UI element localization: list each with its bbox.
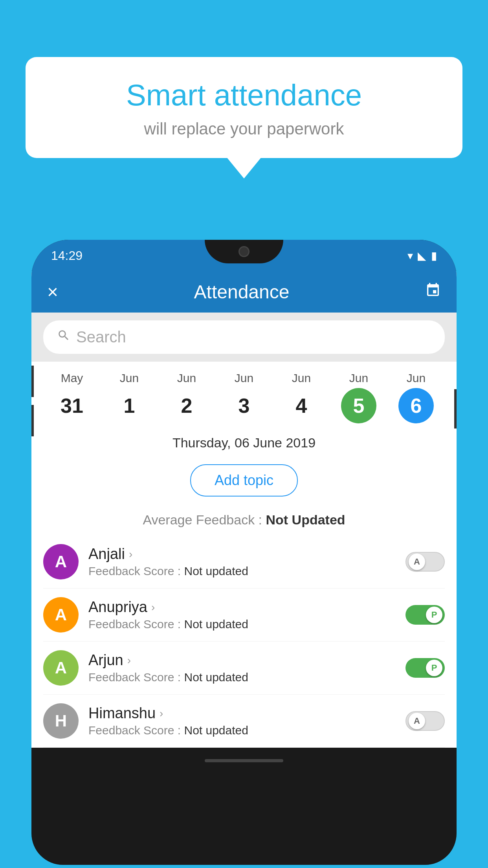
- student-name: Anjali ›: [88, 546, 396, 563]
- toggle-knob: A: [409, 713, 425, 729]
- phone-container: 14:29 ▾ ◣ ▮ × Attendance: [31, 240, 457, 868]
- wifi-icon: ▾: [407, 249, 413, 262]
- toggle-container[interactable]: A: [405, 711, 445, 731]
- signal-icon: ◣: [418, 249, 426, 262]
- avg-feedback-value: Not Updated: [266, 512, 345, 527]
- calendar-day[interactable]: Jun3: [226, 371, 262, 423]
- attendance-toggle[interactable]: P: [405, 605, 445, 625]
- feedback-value: Not updated: [184, 618, 248, 631]
- toggle-container[interactable]: P: [405, 658, 445, 678]
- toggle-container[interactable]: A: [405, 552, 445, 572]
- student-feedback: Feedback Score : Not updated: [88, 618, 396, 631]
- phone-screen: × Attendance Search: [31, 271, 457, 748]
- student-name: Arjun ›: [88, 652, 396, 669]
- attendance-toggle[interactable]: A: [405, 552, 445, 572]
- speech-bubble-container: Smart attendance will replace your paper…: [26, 57, 462, 158]
- calendar-strip: May31Jun1Jun2Jun3Jun4Jun5Jun6: [31, 362, 457, 427]
- student-list: AAnjali ›Feedback Score : Not updatedAAA…: [31, 535, 457, 748]
- cal-date-label: 4: [284, 388, 319, 423]
- avg-feedback-label: Average Feedback :: [143, 512, 266, 527]
- phone-vol-down-button: [31, 405, 34, 436]
- student-feedback: Feedback Score : Not updated: [88, 724, 396, 737]
- calendar-icon[interactable]: [425, 282, 441, 302]
- cal-month-label: Jun: [235, 371, 253, 385]
- avg-feedback: Average Feedback : Not Updated: [31, 506, 457, 535]
- student-info: Himanshu ›Feedback Score : Not updated: [88, 705, 396, 737]
- header-title: Attendance: [194, 281, 290, 303]
- front-camera: [238, 246, 250, 257]
- cal-date-label: 31: [54, 388, 90, 423]
- student-avatar: A: [43, 597, 79, 633]
- phone-power-button: [454, 389, 457, 428]
- search-bar-container: Search: [31, 313, 457, 362]
- phone-vol-up-button: [31, 366, 34, 397]
- feedback-value: Not updated: [184, 671, 248, 684]
- student-name: Anupriya ›: [88, 599, 396, 616]
- cal-month-label: Jun: [292, 371, 311, 385]
- student-avatar: H: [43, 703, 79, 739]
- cal-date-label: 3: [226, 388, 262, 423]
- student-info: Arjun ›Feedback Score : Not updated: [88, 652, 396, 684]
- chevron-icon: ›: [127, 654, 131, 667]
- close-button[interactable]: ×: [47, 281, 58, 303]
- add-topic-button[interactable]: Add topic: [190, 464, 298, 497]
- status-time: 14:29: [51, 248, 83, 263]
- cal-month-label: Jun: [349, 371, 368, 385]
- speech-bubble-arrow: [226, 157, 262, 178]
- chevron-icon: ›: [151, 601, 155, 614]
- chevron-icon: ›: [129, 548, 132, 561]
- feedback-value: Not updated: [184, 565, 248, 577]
- status-bar: 14:29 ▾ ◣ ▮: [31, 240, 457, 271]
- phone-outer: 14:29 ▾ ◣ ▮ × Attendance: [31, 240, 457, 865]
- status-icons: ▾ ◣ ▮: [407, 249, 437, 262]
- cal-month-label: Jun: [120, 371, 139, 385]
- attendance-toggle[interactable]: P: [405, 658, 445, 678]
- cal-date-label: 5: [341, 388, 376, 423]
- cal-date-label: 6: [398, 388, 434, 423]
- search-bar[interactable]: Search: [43, 320, 445, 354]
- toggle-container[interactable]: P: [405, 605, 445, 625]
- cal-date-label: 1: [112, 388, 147, 423]
- speech-bubble-subtitle: will replace your paperwork: [49, 120, 439, 138]
- student-item[interactable]: AArjun ›Feedback Score : Not updatedP: [43, 642, 445, 695]
- feedback-value: Not updated: [184, 724, 248, 737]
- selected-date-label: Thursday, 06 June 2019: [31, 427, 457, 456]
- student-avatar: A: [43, 650, 79, 686]
- cal-month-label: May: [61, 371, 83, 385]
- speech-bubble: Smart attendance will replace your paper…: [26, 57, 462, 158]
- calendar-day[interactable]: Jun5: [341, 371, 376, 423]
- student-item[interactable]: AAnjali ›Feedback Score : Not updatedA: [43, 535, 445, 588]
- student-info: Anupriya ›Feedback Score : Not updated: [88, 599, 396, 631]
- toggle-knob: A: [409, 554, 425, 570]
- toggle-knob: P: [426, 660, 442, 676]
- home-indicator: [205, 759, 283, 762]
- student-feedback: Feedback Score : Not updated: [88, 565, 396, 578]
- cal-month-label: Jun: [177, 371, 196, 385]
- calendar-day[interactable]: Jun4: [284, 371, 319, 423]
- search-input[interactable]: Search: [76, 328, 126, 346]
- phone-bottom-bar: [31, 748, 457, 773]
- calendar-day[interactable]: May31: [54, 371, 90, 423]
- student-info: Anjali ›Feedback Score : Not updated: [88, 546, 396, 578]
- app-header: × Attendance: [31, 271, 457, 313]
- chevron-icon: ›: [160, 707, 163, 720]
- toggle-knob: P: [426, 607, 442, 623]
- battery-icon: ▮: [431, 249, 437, 262]
- phone-notch: [205, 240, 283, 263]
- speech-bubble-title: Smart attendance: [49, 79, 439, 112]
- search-icon: [57, 329, 70, 346]
- student-name: Himanshu ›: [88, 705, 396, 722]
- student-item[interactable]: HHimanshu ›Feedback Score : Not updatedA: [43, 695, 445, 748]
- attendance-toggle[interactable]: A: [405, 711, 445, 731]
- student-item[interactable]: AAnupriya ›Feedback Score : Not updatedP: [43, 588, 445, 642]
- student-avatar: A: [43, 544, 79, 579]
- calendar-day[interactable]: Jun6: [398, 371, 434, 423]
- calendar-day[interactable]: Jun1: [112, 371, 147, 423]
- cal-month-label: Jun: [407, 371, 426, 385]
- student-feedback: Feedback Score : Not updated: [88, 671, 396, 684]
- cal-date-label: 2: [169, 388, 204, 423]
- calendar-day[interactable]: Jun2: [169, 371, 204, 423]
